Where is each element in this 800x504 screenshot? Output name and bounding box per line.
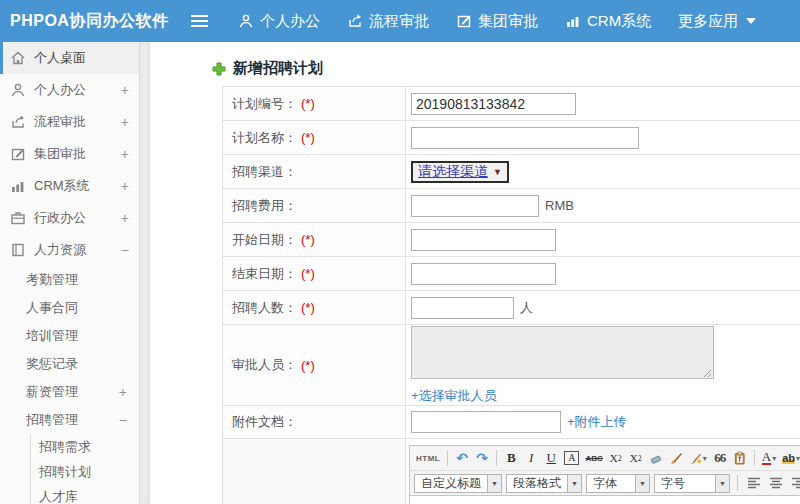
format-brush-button[interactable] — [667, 449, 685, 467]
editor-content-area[interactable] — [410, 496, 800, 504]
font-style-button[interactable]: A — [562, 449, 581, 467]
attachment-upload-link[interactable]: +附件上传 — [567, 413, 627, 431]
sidebar-subitem-attendance[interactable]: 考勤管理 — [0, 266, 139, 294]
sidebar-item-group-approval[interactable]: 集团审批 + — [0, 138, 139, 170]
sidebar-item-label: CRM系统 — [34, 177, 121, 195]
bold-button[interactable]: B — [502, 449, 520, 467]
sidebar-leaf-recruit-plan[interactable]: 招聘计划 — [31, 459, 139, 484]
fee-unit: RMB — [545, 198, 574, 213]
nav-item-label: 流程审批 — [369, 12, 429, 31]
field-label: 开始日期： — [232, 231, 297, 249]
strikethrough-button[interactable]: ABC — [583, 449, 604, 467]
editor-row-label-cell — [223, 439, 406, 504]
format-painter-button[interactable]: ▾ — [687, 449, 709, 467]
align-left-button[interactable] — [745, 474, 763, 492]
paragraph-format-combo[interactable]: 段落格式 ▼ — [506, 474, 582, 493]
sidebar-leaf-talent-pool[interactable]: 人才库 — [31, 484, 139, 504]
headcount-unit: 人 — [520, 299, 533, 317]
align-right-icon — [791, 477, 800, 489]
main-content: 新增招聘计划 计划编号： (*) 计划名称： (*) — [150, 42, 800, 504]
approver-textarea[interactable] — [411, 326, 714, 379]
choose-approver-link[interactable]: +选择审批人员 — [411, 387, 497, 405]
sidebar-item-desktop[interactable]: 个人桌面 — [0, 42, 139, 74]
attachment-input[interactable] — [411, 411, 561, 433]
format-painter-icon — [689, 452, 702, 465]
collapse-minus-icon: − — [119, 412, 127, 428]
align-right-button[interactable] — [789, 474, 800, 492]
editor-toolbar-row1: HTML ↶ ↷ B I U A ABC X2 X2 — [410, 446, 800, 470]
chevron-down-icon: ▼ — [487, 475, 501, 492]
sidebar-item-label: 个人桌面 — [34, 49, 129, 67]
chevron-down-icon — [746, 18, 756, 24]
required-mark: (*) — [301, 300, 315, 315]
rich-text-editor: HTML ↶ ↷ B I U A ABC X2 X2 — [409, 445, 800, 504]
headcount-input[interactable] — [411, 297, 514, 319]
field-label: 招聘费用： — [232, 197, 297, 215]
form-row-fee: 招聘费用： RMB — [223, 189, 800, 223]
chevron-down-icon: ▾ — [796, 454, 800, 463]
editor-toolbar-row2: 自定义标题 ▼ 段落格式 ▼ 字体 ▼ — [410, 470, 800, 496]
page-title-bar: 新增招聘计划 — [150, 42, 800, 90]
end-date-input[interactable] — [411, 263, 556, 285]
highlight-color-button[interactable]: ab ▾ — [780, 449, 800, 467]
superscript-button[interactable]: X2 — [607, 449, 625, 467]
sidebar-item-label: 人力资源 — [34, 241, 121, 259]
channel-select[interactable]: 请选择渠道 ▼ — [411, 161, 509, 183]
sidebar-subitem-salary[interactable]: 薪资管理 + — [0, 378, 139, 406]
briefcase-icon — [10, 210, 27, 226]
field-label: 招聘渠道： — [232, 163, 297, 181]
form-row-channel: 招聘渠道： 请选择渠道 ▼ — [223, 155, 800, 189]
subscript-button[interactable]: X2 — [627, 449, 645, 467]
undo-button[interactable]: ↶ — [453, 449, 471, 467]
eraser-button[interactable] — [647, 449, 665, 467]
expand-plus-icon: + — [121, 146, 129, 162]
blockquote-button[interactable]: 66 — [711, 449, 729, 467]
home-icon — [10, 50, 27, 66]
sidebar-subitem-rewards[interactable]: 奖惩记录 — [0, 350, 139, 378]
sidebar-item-personal-office[interactable]: 个人办公 + — [0, 74, 139, 106]
paste-button[interactable] — [731, 449, 749, 467]
nav-item-group-approval[interactable]: 集团审批 — [456, 12, 538, 31]
recruit-plan-form: 计划编号： (*) 计划名称： (*) 招聘渠道： — [222, 86, 800, 504]
chevron-down-icon: ▾ — [772, 454, 776, 463]
sidebar-item-workflow-approval[interactable]: 流程审批 + — [0, 106, 139, 138]
nav-item-personal-office[interactable]: 个人办公 — [238, 12, 320, 31]
required-mark: (*) — [301, 130, 315, 145]
sidebar-leaf-recruit-demand[interactable]: 招聘需求 — [31, 434, 139, 459]
hamburger-menu-icon[interactable] — [190, 14, 212, 28]
font-color-button[interactable]: A ▾ — [760, 449, 778, 467]
sidebar-subitem-hr-contract[interactable]: 人事合同 — [0, 294, 139, 322]
chevron-down-icon: ▼ — [567, 475, 581, 492]
sidebar-item-hr[interactable]: 人力资源 − — [0, 234, 139, 266]
html-source-button[interactable]: HTML — [414, 449, 442, 467]
sidebar-item-label: 流程审批 — [34, 113, 121, 131]
plan-name-input[interactable] — [411, 127, 639, 149]
sidebar-item-admin-office[interactable]: 行政办公 + — [0, 202, 139, 234]
italic-button[interactable]: I — [522, 449, 540, 467]
chevron-down-icon: ▼ — [715, 475, 729, 492]
required-mark: (*) — [301, 266, 315, 281]
sidebar-item-label: 集团审批 — [34, 145, 121, 163]
sidebar-subitem-training[interactable]: 培训管理 — [0, 322, 139, 350]
align-center-icon — [769, 477, 783, 489]
font-size-combo[interactable]: 字号 ▼ — [654, 474, 730, 493]
nav-item-workflow-approval[interactable]: 流程审批 — [347, 12, 429, 31]
edit-icon — [10, 146, 27, 162]
font-family-combo[interactable]: 字体 ▼ — [586, 474, 650, 493]
fee-input[interactable] — [411, 195, 539, 217]
sidebar-subitem-recruitment[interactable]: 招聘管理 − — [0, 406, 139, 434]
custom-title-combo[interactable]: 自定义标题 ▼ — [414, 474, 502, 493]
page-title: 新增招聘计划 — [233, 59, 323, 78]
nav-item-more-apps[interactable]: 更多应用 — [678, 12, 756, 31]
plan-no-input[interactable] — [411, 93, 576, 115]
nav-item-crm[interactable]: CRM系统 — [565, 12, 651, 31]
required-mark: (*) — [301, 358, 315, 373]
expand-plus-icon: + — [121, 82, 129, 98]
align-center-button[interactable] — [767, 474, 785, 492]
underline-button[interactable]: U — [542, 449, 560, 467]
redo-button[interactable]: ↷ — [473, 449, 491, 467]
expand-plus-icon: + — [119, 384, 127, 400]
sidebar-item-crm[interactable]: CRM系统 + — [0, 170, 139, 202]
start-date-input[interactable] — [411, 229, 556, 251]
chevron-down-icon: ▾ — [703, 454, 707, 463]
